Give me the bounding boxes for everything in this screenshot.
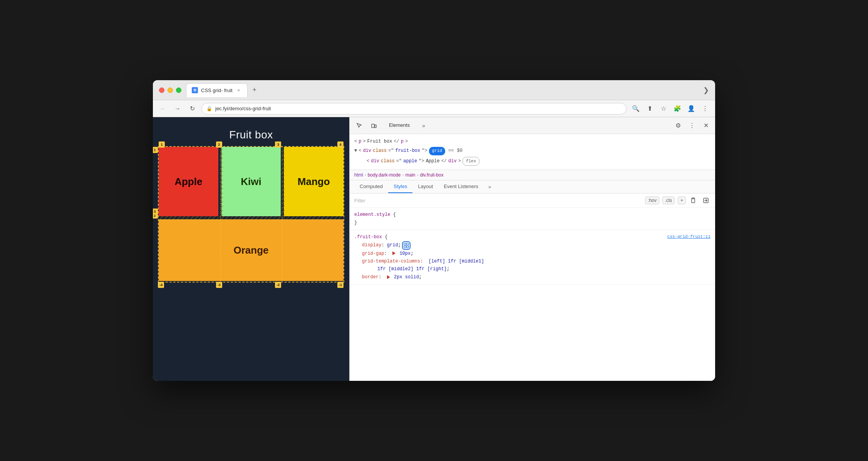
address-text: jec.fyi/demo/css-grid-fruit — [215, 106, 622, 111]
tab-chevron-icon[interactable]: ❯ — [703, 86, 709, 94]
css-element-style-selector: element.style { — [354, 211, 710, 219]
styles-panel[interactable]: :hov .cls + — [350, 193, 715, 381]
devtools-more-tabs[interactable]: » — [419, 121, 428, 130]
css-grid-template-columns-property: grid-template-columns: [left] 1fr [middl… — [354, 257, 710, 265]
css-grid-template-columns-cont: 1fr [middle2] 1fr [right]; — [354, 265, 710, 273]
filter-paste-icon[interactable] — [689, 196, 698, 205]
inspector-icon[interactable] — [354, 120, 365, 131]
css-source-link[interactable]: css-grid-fruit:11 — [667, 233, 710, 241]
css-gap-triangle[interactable] — [392, 251, 395, 255]
grid-row-1-marker: 1 — [153, 147, 158, 153]
filter-input[interactable] — [354, 198, 642, 204]
grid-neg1-marker: -1 — [337, 282, 344, 288]
mango-cell: Mango — [284, 147, 344, 216]
filter-cls-button[interactable]: .cls — [662, 197, 675, 204]
breadcrumb: html › body.dark-mode › main › div.fruit… — [350, 170, 715, 180]
tree-row-div-fruit-box[interactable]: ▼ <div class="fruit-box"> grid == $0 — [354, 146, 710, 156]
extensions-icon[interactable]: 🧩 — [672, 103, 683, 114]
filter-arrow-icon[interactable] — [701, 196, 710, 205]
traffic-lights — [159, 87, 181, 93]
svg-rect-5 — [404, 243, 406, 245]
grid-visualizer-icon[interactable] — [402, 241, 411, 250]
devtools-toolbar: Elements » ⚙ ⋮ ✕ — [350, 117, 715, 134]
filter-actions: :hov .cls + — [645, 196, 710, 205]
svg-rect-0 — [372, 124, 374, 128]
grid-row-3-marker: 3 — [153, 209, 158, 215]
devtools-close-icon[interactable]: ✕ — [700, 120, 711, 131]
grid-row-2-marker: 2 — [153, 212, 158, 219]
device-toggle-icon[interactable] — [368, 120, 380, 131]
devtools-settings-icon[interactable]: ⚙ — [673, 120, 684, 131]
tab-title: CSS grid- fruit — [201, 87, 233, 93]
apple-cell: Apple — [159, 147, 218, 216]
webpage-content: Fruit box 1 2 3 4 1 2 — [153, 117, 349, 286]
reload-button[interactable]: ↻ — [187, 103, 198, 114]
share-icon[interactable]: ⬆ — [644, 103, 655, 114]
grid-neg4-marker: -4 — [158, 282, 164, 288]
css-element-style-close: } — [354, 219, 710, 227]
tree-row-p: <p>Fruit box</p> — [354, 137, 710, 146]
svg-rect-3 — [692, 198, 694, 199]
filter-plus-button[interactable]: + — [678, 197, 686, 204]
panel-tabs: Computed Styles Layout Event Listeners » — [350, 180, 715, 193]
tab-layout[interactable]: Layout — [412, 180, 438, 193]
tree-row-div-apple[interactable]: <div class="apple">Apple</div> flex — [354, 156, 710, 167]
bookmark-icon[interactable]: ☆ — [658, 103, 669, 114]
filter-hov-button[interactable]: :hov — [645, 197, 659, 204]
css-fruit-box-rule: .fruit-box { css-grid-fruit:11 display: … — [350, 230, 715, 284]
nav-bar: ← → ↻ 🔒 jec.fyi/demo/css-grid-fruit 🔍 ⬆ … — [153, 100, 715, 117]
badge-grid: grid — [429, 147, 445, 155]
tab-close-button[interactable]: × — [236, 87, 242, 93]
grid-neg2-marker: -2 — [275, 282, 281, 288]
html-tree: <p>Fruit box</p> ▼ <div class="fruit-box… — [350, 134, 715, 170]
fruit-box-title: Fruit box — [159, 121, 344, 145]
css-display-property: display: grid ; — [354, 241, 710, 250]
browser-window: ⚙ CSS grid- fruit × + ❯ ← → ↻ 🔒 jec.fyi/… — [153, 80, 715, 381]
close-button[interactable] — [159, 87, 164, 93]
devtools-tabs: Elements — [383, 120, 416, 131]
breadcrumb-body[interactable]: body.dark-mode — [368, 172, 401, 178]
devtools-more-icon[interactable]: ⋮ — [687, 120, 697, 131]
css-border-property: border: 2px solid; — [354, 273, 710, 281]
svg-rect-6 — [407, 243, 409, 245]
active-tab[interactable]: ⚙ CSS grid- fruit × — [186, 83, 248, 97]
filter-row: :hov .cls + — [350, 193, 715, 208]
svg-rect-8 — [407, 246, 409, 248]
tab-computed[interactable]: Computed — [354, 180, 388, 193]
tab-styles[interactable]: Styles — [388, 180, 412, 193]
more-icon[interactable]: ⋮ — [700, 103, 710, 114]
forward-button[interactable]: → — [172, 103, 183, 114]
css-element-style: element.style { } — [350, 208, 715, 230]
grid-wrapper: 1 2 3 4 1 2 3 — [159, 147, 344, 282]
back-button[interactable]: ← — [158, 103, 168, 114]
orange-label: Orange — [233, 244, 268, 256]
svg-rect-1 — [375, 125, 376, 128]
breadcrumb-html[interactable]: html — [354, 172, 363, 178]
nav-icons: 🔍 ⬆ ☆ 🧩 👤 ⋮ — [630, 103, 710, 114]
css-grid-gap-property: grid-gap: 10px; — [354, 250, 710, 257]
breadcrumb-main[interactable]: main — [406, 172, 416, 178]
profile-icon[interactable]: 👤 — [686, 103, 697, 114]
maximize-button[interactable] — [176, 87, 181, 93]
orange-cell: Orange — [159, 219, 344, 281]
devtools-panel: Elements » ⚙ ⋮ ✕ <p>Fruit box</p> ▼ <div… — [349, 117, 715, 381]
kiwi-label: Kiwi — [241, 176, 261, 188]
breadcrumb-div-fruit-box[interactable]: div.fruit-box — [420, 172, 444, 178]
zoom-icon[interactable]: 🔍 — [630, 103, 641, 114]
address-bar[interactable]: 🔒 jec.fyi/demo/css-grid-fruit — [201, 103, 627, 114]
apple-label: Apple — [174, 176, 202, 188]
css-border-triangle[interactable] — [387, 275, 390, 279]
svg-rect-7 — [404, 246, 406, 248]
new-tab-button[interactable]: + — [249, 85, 260, 96]
main-content: Fruit box 1 2 3 4 1 2 — [153, 117, 715, 381]
badge-flex: flex — [462, 157, 479, 166]
tab-event-listeners[interactable]: Event Listeners — [438, 180, 484, 193]
fruit-grid: Apple Kiwi Mango Orange — [159, 147, 344, 281]
panel-more-tabs[interactable]: » — [485, 181, 494, 193]
mango-label: Mango — [298, 176, 330, 188]
minimize-button[interactable] — [168, 87, 173, 93]
webpage: Fruit box 1 2 3 4 1 2 — [153, 117, 349, 381]
tab-bar: ⚙ CSS grid- fruit × + ❯ — [186, 83, 709, 97]
grid-neg3-marker: -3 — [216, 282, 222, 288]
tab-elements[interactable]: Elements — [383, 120, 416, 131]
